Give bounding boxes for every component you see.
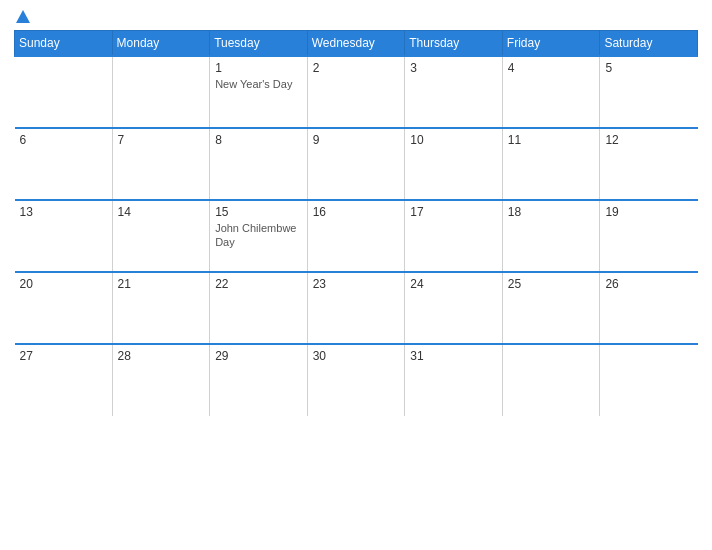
calendar-page: SundayMondayTuesdayWednesdayThursdayFrid…	[0, 0, 712, 550]
calendar-day-cell: 30	[307, 344, 405, 416]
calendar-day-cell: 7	[112, 128, 210, 200]
logo	[14, 10, 30, 24]
calendar-header	[14, 10, 698, 24]
calendar-day-cell	[15, 56, 113, 128]
calendar-day-cell: 12	[600, 128, 698, 200]
holiday-label: John Chilembwe Day	[215, 222, 296, 248]
day-number: 9	[313, 133, 400, 147]
calendar-day-cell: 19	[600, 200, 698, 272]
calendar-header-row: SundayMondayTuesdayWednesdayThursdayFrid…	[15, 31, 698, 57]
calendar-day-cell: 28	[112, 344, 210, 416]
calendar-week-row: 1New Year's Day2345	[15, 56, 698, 128]
calendar-day-cell: 24	[405, 272, 503, 344]
day-number: 13	[20, 205, 107, 219]
day-number: 12	[605, 133, 692, 147]
calendar-day-cell: 1New Year's Day	[210, 56, 308, 128]
day-number: 3	[410, 61, 497, 75]
weekday-header: Thursday	[405, 31, 503, 57]
calendar-table: SundayMondayTuesdayWednesdayThursdayFrid…	[14, 30, 698, 416]
day-number: 11	[508, 133, 595, 147]
calendar-day-cell: 16	[307, 200, 405, 272]
calendar-day-cell: 2	[307, 56, 405, 128]
day-number: 17	[410, 205, 497, 219]
calendar-day-cell: 27	[15, 344, 113, 416]
calendar-day-cell: 13	[15, 200, 113, 272]
calendar-day-cell: 26	[600, 272, 698, 344]
day-number: 5	[605, 61, 692, 75]
day-number: 21	[118, 277, 205, 291]
day-number: 22	[215, 277, 302, 291]
day-number: 7	[118, 133, 205, 147]
day-number: 28	[118, 349, 205, 363]
day-number: 24	[410, 277, 497, 291]
day-number: 23	[313, 277, 400, 291]
day-number: 19	[605, 205, 692, 219]
calendar-day-cell: 21	[112, 272, 210, 344]
calendar-day-cell: 8	[210, 128, 308, 200]
calendar-day-cell	[600, 344, 698, 416]
weekday-header: Friday	[502, 31, 600, 57]
calendar-day-cell: 6	[15, 128, 113, 200]
calendar-week-row: 131415John Chilembwe Day16171819	[15, 200, 698, 272]
day-number: 18	[508, 205, 595, 219]
day-number: 14	[118, 205, 205, 219]
day-number: 26	[605, 277, 692, 291]
weekday-header: Wednesday	[307, 31, 405, 57]
day-number: 4	[508, 61, 595, 75]
calendar-day-cell: 9	[307, 128, 405, 200]
calendar-day-cell: 10	[405, 128, 503, 200]
calendar-day-cell: 15John Chilembwe Day	[210, 200, 308, 272]
day-number: 2	[313, 61, 400, 75]
calendar-day-cell: 23	[307, 272, 405, 344]
calendar-day-cell: 18	[502, 200, 600, 272]
day-number: 20	[20, 277, 107, 291]
calendar-day-cell: 31	[405, 344, 503, 416]
weekday-header: Saturday	[600, 31, 698, 57]
day-number: 30	[313, 349, 400, 363]
day-number: 1	[215, 61, 302, 75]
day-number: 6	[20, 133, 107, 147]
calendar-week-row: 20212223242526	[15, 272, 698, 344]
calendar-day-cell: 22	[210, 272, 308, 344]
calendar-day-cell	[502, 344, 600, 416]
day-number: 29	[215, 349, 302, 363]
calendar-day-cell: 25	[502, 272, 600, 344]
day-number: 27	[20, 349, 107, 363]
weekday-header: Tuesday	[210, 31, 308, 57]
day-number: 31	[410, 349, 497, 363]
weekday-header: Sunday	[15, 31, 113, 57]
day-number: 8	[215, 133, 302, 147]
day-number: 16	[313, 205, 400, 219]
day-number: 10	[410, 133, 497, 147]
calendar-week-row: 2728293031	[15, 344, 698, 416]
day-number: 25	[508, 277, 595, 291]
calendar-day-cell: 5	[600, 56, 698, 128]
weekday-header: Monday	[112, 31, 210, 57]
calendar-week-row: 6789101112	[15, 128, 698, 200]
holiday-label: New Year's Day	[215, 78, 292, 90]
calendar-day-cell: 14	[112, 200, 210, 272]
calendar-day-cell: 20	[15, 272, 113, 344]
day-number: 15	[215, 205, 302, 219]
calendar-day-cell: 17	[405, 200, 503, 272]
calendar-day-cell: 4	[502, 56, 600, 128]
calendar-day-cell: 29	[210, 344, 308, 416]
logo-triangle-icon	[16, 10, 30, 23]
calendar-day-cell	[112, 56, 210, 128]
calendar-day-cell: 3	[405, 56, 503, 128]
calendar-day-cell: 11	[502, 128, 600, 200]
